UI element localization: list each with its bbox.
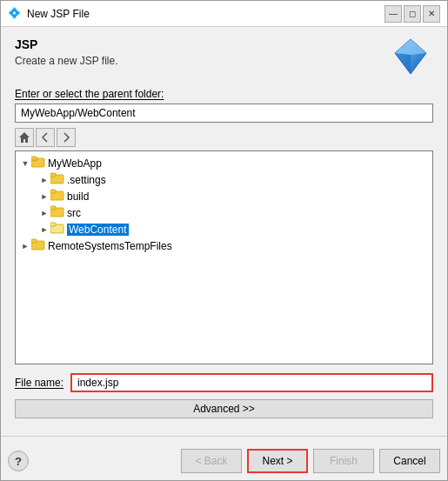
toggle-remotesystems[interactable]: ►	[19, 242, 31, 251]
tree-label-mywebapp: MyWebApp	[48, 157, 102, 170]
advanced-button[interactable]: Advanced >>	[15, 399, 433, 418]
toggle-mywebapp[interactable]: ▼	[19, 159, 31, 168]
folder-icon-src	[50, 205, 64, 220]
forward-nav-button[interactable]	[57, 128, 76, 147]
toggle-webcontent[interactable]: ►	[38, 225, 50, 234]
home-button[interactable]	[15, 128, 34, 147]
dialog-subtitle: Create a new JSP file.	[15, 55, 118, 67]
tree-item-remotesystems[interactable]: ► RemoteSystemsTempFiles	[16, 237, 432, 254]
tree-item-src[interactable]: ► src	[16, 204, 432, 221]
file-name-row: File name:	[15, 373, 433, 392]
close-button[interactable]: ✕	[423, 5, 440, 23]
svg-rect-15	[31, 239, 37, 243]
folder-icon-mywebapp	[31, 156, 45, 170]
header-section: JSP Create a new JSP file.	[15, 37, 433, 79]
folder-icon-build	[50, 189, 64, 204]
file-name-input[interactable]	[70, 373, 433, 392]
footer-right: < Back Next > Finish Cancel	[181, 449, 440, 473]
tree-area[interactable]: ▼ MyWebApp ► .settings ►	[15, 150, 433, 364]
folder-icon-remotesystems	[31, 238, 45, 253]
footer-left: ?	[8, 451, 29, 471]
tree-label-src: src	[67, 207, 81, 219]
toggle-settings[interactable]: ►	[38, 176, 50, 184]
title-bar-left: 💠 New JSP File	[8, 7, 90, 21]
title-bar-controls: — ◻ ✕	[384, 5, 440, 23]
window-icon: 💠	[8, 7, 22, 21]
footer: ? < Back Next > Finish Cancel	[1, 444, 447, 480]
title-bar: 💠 New JSP File — ◻ ✕	[1, 1, 447, 27]
jsp-icon	[391, 37, 433, 79]
folder-input[interactable]	[15, 104, 433, 123]
folder-icon-webcontent	[50, 222, 64, 237]
finish-button[interactable]: Finish	[313, 449, 374, 473]
folder-icon-settings	[50, 172, 64, 187]
svg-rect-5	[31, 157, 37, 160]
tree-label-settings: .settings	[67, 174, 106, 186]
window-title: New JSP File	[27, 8, 90, 20]
main-window: 💠 New JSP File — ◻ ✕ JSP Create a new JS…	[0, 0, 448, 481]
cancel-button[interactable]: Cancel	[379, 449, 440, 473]
toolbar	[15, 128, 433, 147]
help-button[interactable]: ?	[8, 451, 29, 471]
back-nav-button[interactable]	[36, 128, 55, 147]
header-left: JSP Create a new JSP file.	[15, 37, 118, 67]
file-name-label: File name:	[15, 377, 64, 389]
restore-button[interactable]: ◻	[404, 5, 421, 23]
svg-rect-13	[50, 223, 56, 226]
next-button[interactable]: Next >	[247, 449, 308, 473]
svg-marker-1	[395, 39, 426, 55]
content-area: JSP Create a new JSP file.	[1, 27, 447, 436]
minimize-button[interactable]: —	[384, 5, 402, 23]
tree-item-webcontent[interactable]: ► WebContent	[16, 221, 432, 237]
toggle-build[interactable]: ►	[38, 192, 50, 201]
tree-label-webcontent: WebContent	[67, 224, 129, 236]
svg-rect-7	[50, 173, 56, 177]
tree-label-remotesystems: RemoteSystemsTempFiles	[48, 240, 172, 252]
tree-item-settings[interactable]: ► .settings	[16, 171, 432, 188]
footer-divider	[1, 436, 447, 437]
back-button[interactable]: < Back	[181, 449, 242, 473]
folder-label: Enter or select the parent folder:	[15, 88, 433, 100]
tree-item-build[interactable]: ► build	[16, 188, 432, 204]
tree-item-mywebapp[interactable]: ▼ MyWebApp	[16, 155, 432, 171]
toggle-src[interactable]: ►	[38, 209, 50, 217]
svg-rect-9	[50, 190, 56, 193]
dialog-title: JSP	[15, 37, 118, 51]
tree-label-build: build	[67, 190, 89, 203]
svg-rect-11	[50, 206, 56, 210]
